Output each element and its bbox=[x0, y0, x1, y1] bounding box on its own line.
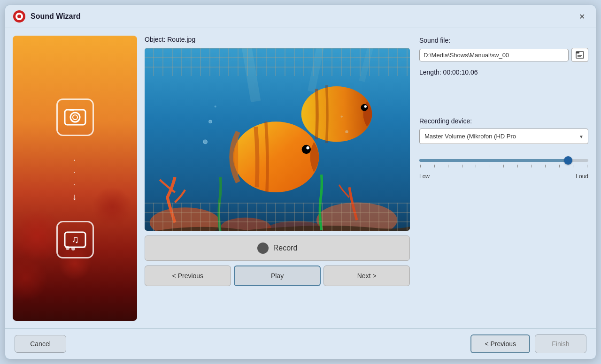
volume-slider-track bbox=[419, 159, 588, 162]
tick bbox=[503, 165, 504, 167]
file-input-row: D:\Media\Shows\Manual\sw_00 bbox=[419, 48, 588, 62]
music-icon: ♫ bbox=[63, 228, 87, 252]
bottom-previous-button[interactable]: < Previous bbox=[470, 334, 530, 353]
window-title: Sound Wizard bbox=[31, 12, 570, 21]
recording-device-section: Recording device: Master Volume (Mikrofo… bbox=[419, 117, 588, 144]
play-button[interactable]: Play bbox=[234, 265, 321, 286]
content-area: · · · ↓ ♫ bbox=[5, 28, 596, 328]
device-select-wrapper: Master Volume (Mikrofon (HD Pro bbox=[419, 129, 588, 144]
svg-rect-29 bbox=[576, 52, 579, 53]
center-panel: Object: Route.jpg bbox=[145, 36, 410, 321]
bottom-left: Cancel bbox=[15, 335, 66, 353]
slider-ticks bbox=[419, 165, 588, 167]
tick bbox=[434, 165, 435, 167]
step-arrow: ↓ bbox=[72, 191, 78, 202]
browse-icon bbox=[575, 50, 585, 60]
svg-point-26 bbox=[345, 130, 348, 133]
device-select[interactable]: Master Volume (Mikrofon (HD Pro bbox=[419, 129, 588, 144]
nav-buttons: < Previous Play Next > bbox=[145, 265, 410, 286]
image-container bbox=[145, 48, 410, 231]
wizard-step-1 bbox=[56, 99, 94, 136]
record-label: Record bbox=[273, 244, 298, 252]
svg-point-5 bbox=[73, 115, 77, 120]
wizard-step-2: ♫ bbox=[56, 221, 94, 258]
left-panel: · · · ↓ ♫ bbox=[13, 36, 137, 321]
volume-labels: Low Loud bbox=[419, 173, 588, 180]
tick bbox=[490, 165, 490, 167]
svg-point-10 bbox=[66, 246, 69, 250]
tick bbox=[420, 165, 421, 167]
recording-device-label: Recording device: bbox=[419, 117, 588, 125]
svg-point-22 bbox=[364, 105, 367, 107]
svg-point-2 bbox=[17, 15, 21, 18]
record-indicator bbox=[257, 243, 269, 254]
camera-icon bbox=[63, 105, 87, 129]
svg-point-17 bbox=[233, 121, 319, 192]
close-button[interactable]: ✕ bbox=[575, 10, 588, 23]
svg-point-21 bbox=[361, 104, 368, 111]
slider-thumb[interactable] bbox=[564, 156, 572, 165]
sound-file-label: Sound file: bbox=[419, 37, 588, 44]
svg-point-11 bbox=[71, 247, 75, 250]
tick bbox=[448, 165, 448, 167]
svg-rect-6 bbox=[69, 109, 74, 111]
tick bbox=[559, 165, 560, 167]
bottom-bar: Cancel < Previous Finish bbox=[5, 328, 596, 359]
step-2-icon: ♫ bbox=[56, 221, 94, 258]
svg-point-27 bbox=[341, 115, 343, 117]
file-browse-button[interactable] bbox=[571, 48, 588, 62]
spacer bbox=[419, 83, 588, 111]
tick bbox=[462, 165, 462, 167]
slider-container bbox=[419, 151, 588, 169]
title-bar: Sound Wizard ✕ bbox=[5, 5, 596, 28]
tick bbox=[476, 165, 476, 167]
svg-point-18 bbox=[302, 145, 311, 154]
right-content: Object: Route.jpg bbox=[145, 36, 588, 321]
object-label: Object: Route.jpg bbox=[145, 36, 410, 43]
pattern-top bbox=[145, 48, 410, 76]
volume-loud-label: Loud bbox=[576, 173, 588, 180]
svg-point-24 bbox=[209, 120, 212, 123]
length-display: Length: 00:00:10.06 bbox=[419, 68, 588, 76]
next-button[interactable]: Next > bbox=[324, 265, 410, 286]
tick bbox=[517, 165, 518, 167]
main-window: Sound Wizard ✕ · bbox=[5, 5, 596, 359]
svg-text:♫: ♫ bbox=[71, 234, 79, 245]
sound-file-section: Sound file: D:\Media\Shows\Manual\sw_00 bbox=[419, 37, 588, 62]
finish-button[interactable]: Finish bbox=[535, 334, 586, 353]
svg-point-4 bbox=[70, 113, 80, 122]
step-connector: · · · ↓ bbox=[72, 155, 78, 202]
slider-fill bbox=[419, 159, 568, 162]
svg-point-20 bbox=[301, 86, 372, 142]
right-panel: Sound file: D:\Media\Shows\Manual\sw_00 bbox=[419, 36, 588, 321]
wizard-steps-panel: · · · ↓ ♫ bbox=[13, 36, 137, 321]
tick bbox=[573, 165, 573, 167]
tick bbox=[587, 165, 587, 167]
svg-point-19 bbox=[306, 146, 309, 149]
pattern-bottom bbox=[145, 203, 410, 231]
svg-point-23 bbox=[203, 140, 208, 144]
svg-point-25 bbox=[215, 106, 216, 107]
step-1-icon bbox=[56, 99, 94, 136]
app-icon bbox=[13, 10, 26, 23]
file-path-display: D:\Media\Shows\Manual\sw_00 bbox=[419, 49, 569, 61]
tick bbox=[545, 165, 546, 167]
bottom-right: < Previous Finish bbox=[470, 334, 586, 353]
tick bbox=[532, 165, 532, 167]
volume-low-label: Low bbox=[419, 173, 430, 180]
volume-section: Low Loud bbox=[419, 151, 588, 180]
cancel-button[interactable]: Cancel bbox=[15, 335, 66, 353]
previous-button[interactable]: < Previous bbox=[145, 265, 231, 286]
record-button[interactable]: Record bbox=[145, 235, 410, 261]
